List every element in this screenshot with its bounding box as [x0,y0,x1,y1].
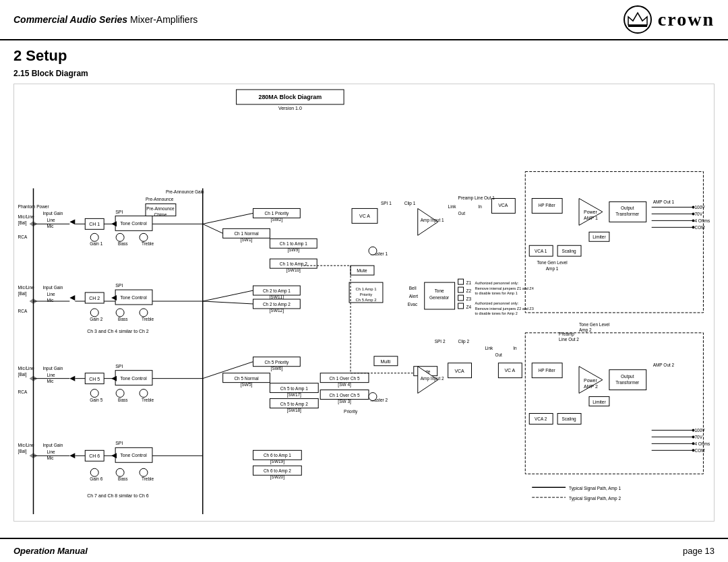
svg-text:Ch 5 Normal: Ch 5 Normal [234,376,258,381]
svg-text:Amp 1: Amp 1 [546,266,559,272]
svg-text:Remove internal jumpers Z1 and: Remove internal jumpers Z1 and Z4 [475,286,533,290]
svg-text:Tone Control: Tone Control [120,295,147,300]
svg-point-100 [90,309,98,317]
svg-text:Bass: Bass [118,476,127,481]
svg-text:[SW 4]: [SW 4] [338,382,351,387]
svg-text:Ch 1 Normal: Ch 1 Normal [234,231,258,236]
svg-point-218 [692,449,694,451]
svg-text:[Bal]: [Bal] [18,372,27,377]
svg-text:Amp Input 1: Amp Input 1 [421,218,444,223]
crown-logo-text: crown [658,9,715,30]
svg-text:Scaling: Scaling [562,416,576,422]
svg-text:Ch 6 to Amp 2: Ch 6 to Amp 2 [264,468,291,474]
svg-text:Link: Link [485,346,493,350]
svg-text:Chime: Chime [154,212,167,217]
svg-marker-249 [111,295,117,301]
block-diagram-svg: 280MA Block Diagram Version 1.0 Power AM… [14,84,714,521]
svg-text:SPI 1: SPI 1 [381,201,392,206]
svg-text:Ch 3 and Ch 4 similar to Ch  2: Ch 3 and Ch 4 similar to Ch 2 [87,329,149,334]
svg-point-24 [692,226,694,228]
svg-text:Priority: Priority [360,292,373,296]
svg-text:Mic/Line: Mic/Line [18,214,34,219]
svg-text:Clip 2: Clip 2 [458,339,470,344]
section-title: 2 Setup [13,47,715,65]
svg-text:100V: 100V [694,428,705,433]
svg-rect-1 [628,25,647,27]
svg-point-83 [369,247,377,255]
svg-point-54 [140,233,148,241]
svg-text:Tone Gen Level: Tone Gen Level [579,322,609,327]
svg-text:Out: Out [495,352,502,357]
svg-text:Input Gain: Input Gain [42,366,63,371]
svg-text:[SW20]: [SW20] [270,474,284,480]
svg-point-233 [116,468,124,476]
svg-marker-252 [69,453,75,458]
svg-text:Tone Control: Tone Control [120,453,147,458]
svg-text:AMP Out 1: AMP Out 1 [653,199,675,204]
svg-text:[SW6]: [SW6] [271,366,283,371]
svg-text:Bell: Bell [409,286,417,290]
svg-text:Ch 5 Priority: Ch 5 Priority [265,360,289,365]
footer-operation-manual: Operation Manual [13,546,88,556]
svg-point-150 [90,389,98,398]
svg-text:Line: Line [47,449,55,454]
svg-point-101 [116,309,124,317]
svg-text:to disable tones for Amp 1: to disable tones for Amp 1 [475,291,517,295]
svg-text:COM: COM [694,448,704,453]
svg-text:Tone Control: Tone Control [120,376,147,381]
svg-text:Ch 1 Over Ch 5: Ch 1 Over Ch 5 [330,393,360,398]
svg-point-18 [692,212,694,215]
svg-marker-246 [69,219,75,224]
svg-text:VC A: VC A [359,214,370,218]
svg-text:Tone Control: Tone Control [120,221,147,226]
svg-text:[SW17]: [SW17] [287,392,301,398]
svg-text:Transformer: Transformer [615,380,640,385]
svg-text:Output: Output [621,374,634,379]
svg-text:In: In [513,346,517,350]
header-title-italic: Commercial Audio Series [13,14,127,25]
svg-text:Multi: Multi [381,359,391,364]
svg-text:Out: Out [458,211,466,216]
svg-text:Amp 2: Amp 2 [579,327,592,333]
svg-text:SPI: SPI [115,210,123,214]
svg-text:Clip 1: Clip 1 [404,201,416,206]
svg-text:RCA: RCA [18,309,28,313]
svg-text:Pre-Announce: Pre-Announce [146,197,174,201]
svg-text:Line: Line [47,373,55,377]
svg-text:Link: Link [448,204,457,209]
svg-text:Authorized personnel only:: Authorized personnel only: [475,281,518,285]
svg-point-21 [692,219,694,222]
svg-text:4 Ohms: 4 Ohms [694,218,710,223]
svg-text:Alert: Alert [409,294,419,299]
svg-text:Ch 1 Over Ch 5: Ch 1 Over Ch 5 [330,376,360,381]
svg-text:Ch 5 Amp 2: Ch 5 Amp 2 [355,298,377,302]
svg-text:Bass: Bass [118,398,127,402]
svg-text:AMP Out 2: AMP Out 2 [653,363,675,367]
svg-text:Power: Power [584,378,597,383]
svg-point-52 [90,233,98,241]
svg-text:Mic/Line: Mic/Line [18,366,34,371]
svg-text:Ch 5 to Amp 2: Ch 5 to Amp 2 [280,402,308,407]
svg-text:Limiter: Limiter [593,400,606,404]
svg-text:RCA: RCA [18,389,28,394]
svg-text:Treble: Treble [142,476,154,481]
svg-text:Amp Input 2: Amp Input 2 [421,376,444,381]
svg-text:RCA: RCA [18,235,28,239]
svg-text:[SW10]: [SW10] [286,268,301,273]
svg-text:Tone Gen Level: Tone Gen Level [537,260,567,265]
svg-text:Treble: Treble [142,241,154,246]
footer-page-number: page 13 [683,546,715,556]
svg-text:Gain 5: Gain 5 [90,398,102,402]
svg-text:SPI: SPI [115,441,123,445]
svg-text:Treble: Treble [142,398,154,402]
svg-text:[SW5]: [SW5] [241,382,253,387]
svg-point-215 [692,442,694,445]
svg-text:AMP 1: AMP 1 [584,216,598,220]
svg-text:Mute: Mute [357,268,367,273]
svg-text:Input Gain: Input Gain [42,285,63,290]
svg-text:[Bal]: [Bal] [18,449,27,454]
svg-text:Bass: Bass [118,241,127,246]
svg-text:Version 1.0: Version 1.0 [278,106,302,111]
svg-text:HP Filter: HP Filter [539,368,556,373]
svg-text:4 Ohms: 4 Ohms [694,441,710,446]
